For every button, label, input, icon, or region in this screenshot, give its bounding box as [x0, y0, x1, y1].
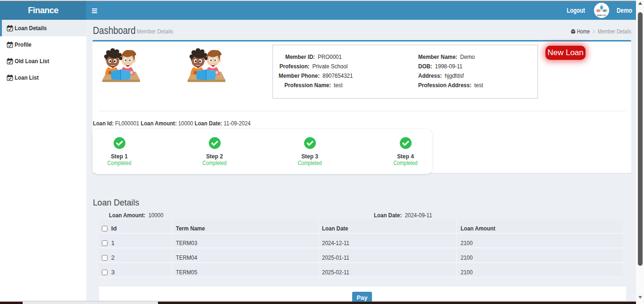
- svg-text:PERRY LTD: PERRY LTD: [597, 15, 606, 16]
